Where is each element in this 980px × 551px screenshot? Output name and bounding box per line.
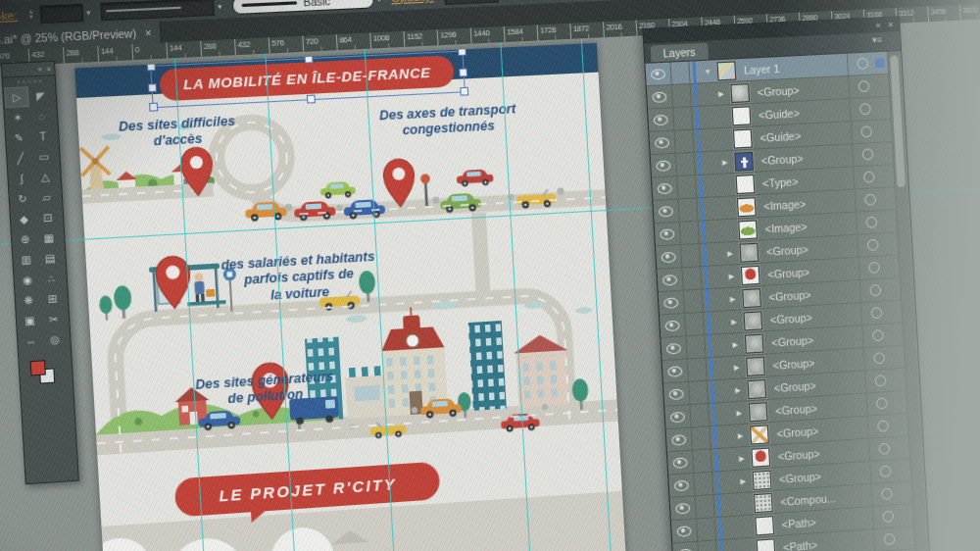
tool-button[interactable]: ◌	[29, 106, 55, 127]
layer-label[interactable]: <Path>	[781, 516, 816, 530]
lock-toggle[interactable]	[672, 84, 692, 107]
visibility-toggle[interactable]	[660, 314, 686, 337]
target-circle[interactable]	[858, 80, 870, 92]
lock-toggle[interactable]	[676, 153, 696, 175]
target-circle[interactable]	[876, 397, 888, 409]
expand-triangle-icon[interactable]: ▶	[735, 454, 749, 463]
visibility-toggle[interactable]	[664, 405, 691, 428]
visibility-toggle[interactable]	[656, 245, 682, 269]
tool-button[interactable]: ⊕	[13, 228, 38, 250]
target-circle[interactable]	[878, 443, 890, 455]
lock-toggle[interactable]	[677, 175, 697, 198]
expand-triangle-icon[interactable]: ▶	[727, 317, 741, 326]
layer-thumbnail[interactable]	[757, 538, 776, 551]
expand-triangle-icon[interactable]	[719, 184, 733, 185]
layer-thumbnail[interactable]	[749, 402, 768, 422]
layer-label[interactable]: <Guide>	[759, 106, 800, 121]
visibility-toggle[interactable]	[662, 360, 689, 383]
opacity-field[interactable]: 100%	[443, 0, 498, 5]
tool-button[interactable]: ▷	[4, 86, 29, 108]
lock-toggle[interactable]	[684, 290, 704, 313]
artboard[interactable]: Des sites difficilesd'accès Des axes de …	[74, 43, 629, 551]
visibility-toggle[interactable]	[651, 154, 677, 177]
tool-button[interactable]: ◎	[42, 328, 67, 350]
stroke-panel-link[interactable]: Stroke:	[0, 9, 18, 24]
layer-thumbnail[interactable]	[732, 106, 752, 125]
visibility-toggle[interactable]	[652, 176, 678, 200]
tool-button[interactable]: ⇔	[19, 330, 44, 352]
expand-triangle-icon[interactable]: ▼	[701, 68, 714, 75]
expand-triangle-icon[interactable]: ▶	[736, 476, 750, 485]
target-circle[interactable]	[880, 466, 892, 477]
visibility-toggle[interactable]	[655, 223, 681, 246]
target-circle[interactable]	[871, 307, 883, 319]
tool-button[interactable]: ✂	[41, 309, 66, 330]
target-circle[interactable]	[872, 329, 884, 341]
expand-triangle-icon[interactable]: ▶	[732, 408, 746, 417]
target-circle[interactable]	[865, 217, 877, 228]
layer-thumbnail[interactable]	[745, 333, 764, 353]
lock-toggle[interactable]	[671, 62, 691, 84]
layer-label[interactable]: <Group>	[774, 378, 817, 393]
visibility-toggle[interactable]	[653, 199, 679, 223]
target-circle[interactable]	[863, 171, 875, 182]
layer-thumbnail[interactable]	[730, 83, 750, 103]
lock-toggle[interactable]	[675, 130, 695, 153]
target-circle[interactable]	[884, 533, 896, 545]
layer-thumbnail[interactable]	[747, 378, 766, 398]
tool-button[interactable]: ✎	[7, 127, 32, 149]
target-circle[interactable]	[860, 125, 872, 137]
lock-toggle[interactable]	[689, 381, 709, 404]
visibility-toggle[interactable]	[659, 291, 685, 315]
layer-label[interactable]: <Group>	[768, 288, 811, 303]
visibility-toggle[interactable]	[670, 496, 697, 520]
lock-toggle[interactable]	[694, 473, 713, 495]
target-circle[interactable]	[864, 194, 876, 206]
expand-triangle-icon[interactable]	[739, 526, 752, 527]
expand-triangle-icon[interactable]	[722, 230, 736, 231]
layer-label[interactable]: <Group>	[770, 311, 813, 326]
tool-button[interactable]: ▱	[34, 187, 59, 209]
lock-toggle[interactable]	[680, 222, 700, 244]
opacity-link[interactable]: Opacity:	[391, 0, 434, 4]
lock-toggle[interactable]	[690, 404, 710, 426]
target-circle[interactable]	[873, 352, 885, 364]
target-circle[interactable]	[877, 420, 889, 431]
tool-button[interactable]: ◤	[28, 85, 54, 107]
lock-toggle[interactable]	[681, 244, 701, 267]
tool-button[interactable]: ↻	[10, 188, 35, 210]
tool-button[interactable]: ✶	[6, 107, 31, 128]
layer-thumbnail[interactable]	[733, 128, 753, 148]
target-circle[interactable]	[857, 58, 868, 70]
close-icon[interactable]: ×	[46, 65, 51, 73]
visibility-toggle[interactable]	[645, 63, 671, 86]
lock-toggle[interactable]	[688, 358, 708, 380]
collapse-icon[interactable]: «	[37, 65, 42, 73]
visibility-toggle[interactable]	[672, 542, 699, 551]
layer-thumbnail[interactable]	[754, 492, 773, 512]
lock-toggle[interactable]	[686, 335, 706, 358]
close-icon[interactable]: ×	[144, 26, 151, 39]
tool-button[interactable]: ∫	[9, 168, 34, 189]
expand-triangle-icon[interactable]: ▶	[734, 431, 748, 440]
tool-button[interactable]: ⊡	[35, 207, 60, 228]
lock-toggle[interactable]	[693, 449, 712, 472]
lock-toggle[interactable]	[697, 518, 716, 541]
layer-label[interactable]: <Group>	[779, 470, 821, 485]
tool-button[interactable]: ▣	[18, 310, 43, 331]
expand-triangle-icon[interactable]	[721, 207, 735, 208]
lock-toggle[interactable]	[678, 198, 698, 221]
scrollbar-thumb[interactable]	[890, 55, 906, 187]
target-circle[interactable]	[859, 103, 871, 115]
target-circle[interactable]	[867, 239, 879, 251]
layer-thumbnail[interactable]	[751, 447, 770, 467]
layer-label[interactable]: <Group>	[775, 401, 818, 416]
close-icon[interactable]: ×	[888, 20, 894, 30]
visibility-toggle[interactable]	[666, 427, 693, 451]
visibility-toggle[interactable]	[657, 268, 683, 291]
visibility-toggle[interactable]	[661, 336, 687, 360]
collapse-icon[interactable]: «	[875, 20, 881, 30]
tool-button[interactable]: ▦	[36, 227, 61, 249]
expand-triangle-icon[interactable]	[741, 549, 754, 550]
target-circle[interactable]	[869, 284, 881, 296]
